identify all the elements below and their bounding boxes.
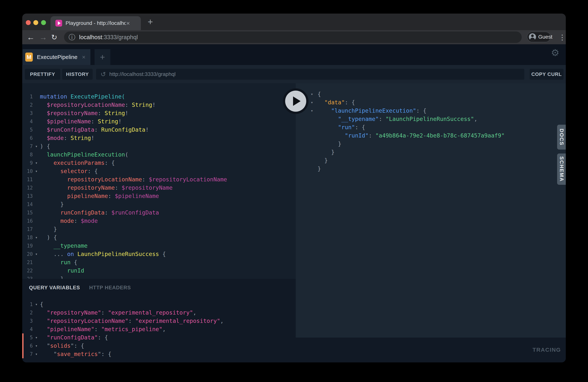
code-text: $pipelineName: String! [40, 117, 122, 126]
fold-arrow-icon[interactable]: ▾ [33, 333, 40, 342]
browser-tab-title: Playground - http://localhost:3 [65, 20, 126, 26]
session-tab-close-icon[interactable]: × [82, 54, 85, 61]
code-text: repositoryLocationName: $repositoryLocat… [40, 175, 227, 184]
line-number: 17 [22, 225, 33, 233]
line-number: 19 [22, 242, 33, 250]
fold-gutter [33, 225, 40, 233]
history-button[interactable]: HISTORY [62, 69, 93, 80]
endpoint-url-text: http://localhost:3333/graphql [109, 71, 176, 77]
code-text: "launchPipelineExecution": { [317, 106, 426, 115]
code-line: ▾{ [306, 90, 566, 98]
fold-arrow-icon[interactable]: ▾ [33, 142, 40, 150]
variables-editor[interactable]: 1▾{2 "repositoryName": "experimental_rep… [22, 300, 296, 358]
response-pane: ▾{▾ "data": {▾ "launchPipelineExecution"… [296, 83, 566, 338]
code-line: 16 mode: $mode [22, 217, 296, 225]
code-text: executionParams: { [40, 159, 115, 167]
browser-window: Playground - http://localhost:3 × + ← → … [22, 14, 566, 362]
desktop-background: Playground - http://localhost:3 × + ← → … [0, 0, 588, 382]
tab-close-icon[interactable]: × [126, 20, 130, 26]
code-text: mode: $mode [40, 217, 98, 225]
fold-gutter [33, 150, 40, 159]
code-text: { [40, 300, 43, 309]
new-session-tab-button[interactable]: + [95, 49, 110, 65]
fold-gutter [306, 140, 317, 148]
fold-arrow-icon[interactable]: ▾ [33, 250, 40, 258]
fold-arrow-icon[interactable]: ▾ [33, 159, 40, 167]
line-number: 6 [22, 342, 33, 350]
reload-icon[interactable]: ↻ [51, 33, 57, 41]
fold-gutter [33, 325, 40, 333]
code-line: 18▾ ) { [22, 233, 296, 242]
code-line: 11 repositoryLocationName: $repositoryLo… [22, 175, 296, 184]
code-text: { [317, 90, 321, 98]
zoom-window-button[interactable] [41, 20, 46, 25]
line-number: 4 [22, 325, 33, 333]
fold-gutter [33, 217, 40, 225]
close-window-button[interactable] [26, 20, 31, 25]
execute-button-face [285, 91, 306, 112]
line-number: 3 [22, 109, 33, 117]
docs-tab[interactable]: DOCS [557, 125, 566, 149]
reload-schema-icon[interactable]: ↺ [101, 71, 106, 77]
code-line: 3 "repositoryLocationName": "experimenta… [22, 317, 296, 325]
fold-gutter [306, 165, 317, 173]
fold-gutter [33, 192, 40, 200]
code-text: "repositoryName": "experimental_reposito… [40, 309, 196, 317]
fold-gutter [33, 267, 40, 275]
code-text: repositoryName: $repositoryName [40, 184, 172, 192]
tab-query-variables[interactable]: QUERY VARIABLES [29, 285, 80, 291]
fold-arrow-icon[interactable]: ▾ [33, 233, 40, 242]
tab-http-headers[interactable]: HTTP HEADERS [89, 285, 131, 291]
fold-gutter [33, 175, 40, 184]
code-text: runId [40, 267, 84, 275]
address-bar[interactable]: ⓘ localhost:3333/graphql [64, 31, 522, 43]
code-line: 21 run { [22, 258, 296, 267]
line-number: 21 [22, 258, 33, 267]
code-line: 8 launchPipelineExecution( [22, 150, 296, 159]
code-text: ) { [40, 233, 57, 242]
line-number: 18 [22, 233, 33, 242]
back-icon[interactable]: ← [27, 33, 35, 41]
line-number: 7 [22, 350, 33, 358]
browser-tab[interactable]: Playground - http://localhost:3 × [50, 16, 141, 30]
site-info-icon[interactable]: ⓘ [68, 34, 75, 41]
fold-arrow-icon[interactable]: ▾ [33, 342, 40, 350]
playground-header: M ExecutePipeline × + ⚙ [22, 44, 566, 65]
fold-arrow-icon[interactable]: ▾ [306, 90, 317, 98]
code-text: $mode: String! [40, 134, 94, 142]
fold-arrow-icon[interactable]: ▾ [306, 106, 317, 115]
variables-tabs: QUERY VARIABLES HTTP HEADERS [29, 285, 139, 291]
fold-arrow-icon[interactable]: ▾ [33, 300, 40, 309]
fold-arrow-icon[interactable]: ▾ [33, 350, 40, 358]
graphql-playground: M ExecutePipeline × + ⚙ PRETTIFY HISTORY… [22, 44, 566, 362]
code-text: runConfigData: $runConfigData [40, 209, 159, 217]
line-number: 14 [22, 200, 33, 209]
schema-tab[interactable]: SCHEMA [557, 153, 566, 185]
line-number: 5 [22, 126, 33, 134]
copy-curl-button[interactable]: COPY CURL [530, 69, 564, 80]
fold-gutter [33, 92, 40, 101]
minimize-window-button[interactable] [33, 20, 38, 25]
code-line: 20▾ ... on LaunchPipelineRunSuccess { [22, 250, 296, 258]
code-line: 10▾ selector: { [22, 167, 296, 175]
line-number: 7 [22, 142, 33, 150]
code-text: "solids": { [40, 342, 84, 350]
code-text: "__typename": "LaunchPipelineRunSuccess"… [317, 115, 478, 123]
browser-menu-icon[interactable]: ⋮ [559, 33, 566, 42]
query-editor[interactable]: 1mutation ExecutePipeline(2 $repositoryL… [22, 83, 296, 279]
fold-gutter [33, 275, 40, 279]
fold-gutter [306, 148, 317, 156]
endpoint-input[interactable]: ↺ http://localhost:3333/graphql [96, 69, 524, 80]
new-tab-button[interactable]: + [145, 14, 156, 30]
tracing-label[interactable]: TRACING [532, 347, 561, 353]
prettify-button[interactable]: PRETTIFY [25, 69, 60, 80]
session-tab[interactable]: M ExecutePipeline × [22, 49, 90, 65]
profile-chip[interactable]: Guest [527, 32, 551, 42]
execute-button[interactable] [283, 88, 309, 114]
fold-arrow-icon[interactable]: ▾ [33, 167, 40, 175]
error-marker [22, 333, 23, 342]
settings-gear-icon[interactable]: ⚙ [551, 48, 559, 58]
code-text: "data": { [317, 98, 355, 106]
code-text: "run": { [317, 123, 365, 131]
forward-icon[interactable]: → [39, 33, 47, 41]
